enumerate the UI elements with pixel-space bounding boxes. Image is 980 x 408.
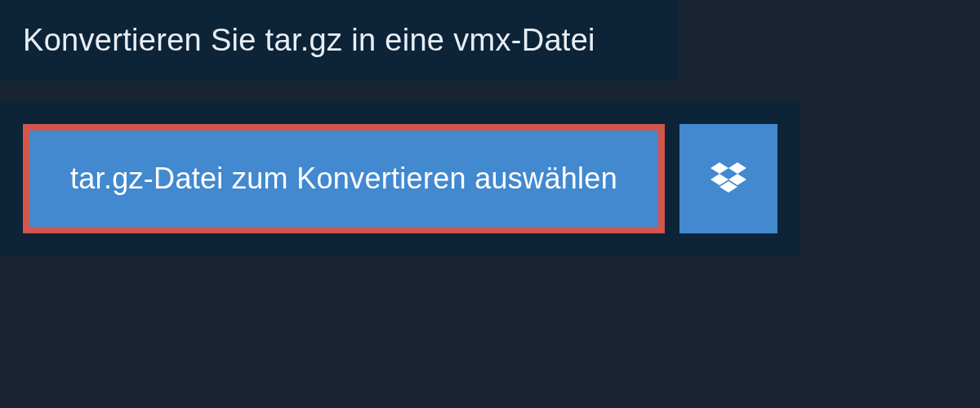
page-title: Konvertieren Sie tar.gz in eine vmx-Date… <box>23 23 655 58</box>
select-file-label: tar.gz-Datei zum Konvertieren auswählen <box>70 162 617 196</box>
select-file-button[interactable]: tar.gz-Datei zum Konvertieren auswählen <box>23 124 665 233</box>
upload-panel: tar.gz-Datei zum Konvertieren auswählen <box>0 101 800 256</box>
page-header: Konvertieren Sie tar.gz in eine vmx-Date… <box>0 0 678 81</box>
dropbox-button[interactable] <box>679 124 777 233</box>
dropbox-icon <box>710 162 746 195</box>
